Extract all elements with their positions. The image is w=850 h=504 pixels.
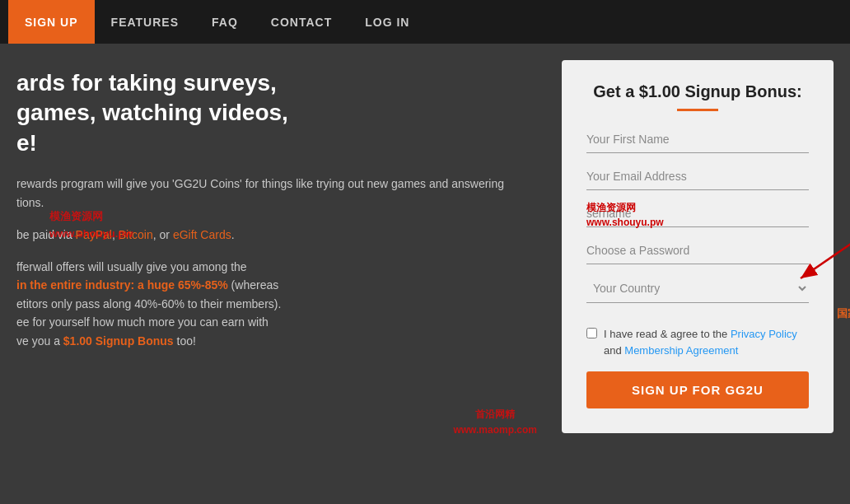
- nav-faq[interactable]: FAQ: [195, 0, 255, 44]
- nav-features[interactable]: FEATURES: [95, 0, 195, 44]
- username-group: 模渔资源网 www.shouyu.pw: [586, 200, 809, 227]
- email-group: [586, 163, 809, 190]
- country-group: Your Country 国家: [586, 274, 809, 303]
- title-divider: [677, 109, 718, 111]
- signup-section: Get a $1.00 Signup Bonus: 模渔资源网 www.shou…: [545, 44, 850, 504]
- country-select[interactable]: Your Country: [586, 274, 809, 303]
- hero-heading: ards for taking surveys, games, watching…: [16, 68, 529, 158]
- signup-button[interactable]: SIGN UP FOR GG2U: [586, 371, 809, 408]
- firstname-input[interactable]: [586, 126, 809, 153]
- agree-checkbox[interactable]: [586, 328, 597, 338]
- privacy-policy-link[interactable]: Privacy Policy: [731, 328, 797, 340]
- password-input[interactable]: [586, 237, 809, 264]
- form-title: Get a $1.00 Signup Bonus:: [586, 81, 809, 102]
- payment-line: be paid via PayPal, Bitcoin, or eGift Ca…: [16, 228, 529, 241]
- agree-row: I have read & agree to the Privacy Polic…: [586, 326, 809, 358]
- nav-items: SIGN UP FEATURES FAQ CONTACT LOG IN: [8, 0, 426, 44]
- agree-text: I have read & agree to the Privacy Polic…: [604, 326, 809, 358]
- egift-link[interactable]: eGift Cards: [173, 228, 231, 241]
- signup-card: Get a $1.00 Signup Bonus: 模渔资源网 www.shou…: [562, 60, 834, 433]
- navbar: SIGN UP FEATURES FAQ CONTACT LOG IN: [0, 0, 850, 44]
- nav-login[interactable]: LOG IN: [348, 0, 426, 44]
- username-input[interactable]: [586, 200, 809, 227]
- hero-section: ards for taking surveys, games, watching…: [0, 44, 545, 504]
- nav-contact[interactable]: CONTACT: [255, 0, 348, 44]
- hero-desc: rewards program will give you 'GG2U Coin…: [16, 175, 529, 212]
- guojia-label: 国家: [837, 306, 850, 321]
- bitcoin-link[interactable]: Bitcoin: [119, 228, 153, 241]
- nav-signup[interactable]: SIGN UP: [8, 0, 95, 44]
- email-input[interactable]: [586, 163, 809, 190]
- paypal-link[interactable]: PayPal: [76, 228, 112, 241]
- offerwall-text: fferwall offers will usually give you am…: [16, 258, 529, 350]
- password-group: [586, 237, 809, 264]
- membership-link[interactable]: Membership Agreement: [624, 344, 738, 357]
- main-content: ards for taking surveys, games, watching…: [0, 44, 850, 504]
- firstname-group: [586, 126, 809, 153]
- watermark-2: 首沿网精 www.maomp.com: [453, 407, 537, 438]
